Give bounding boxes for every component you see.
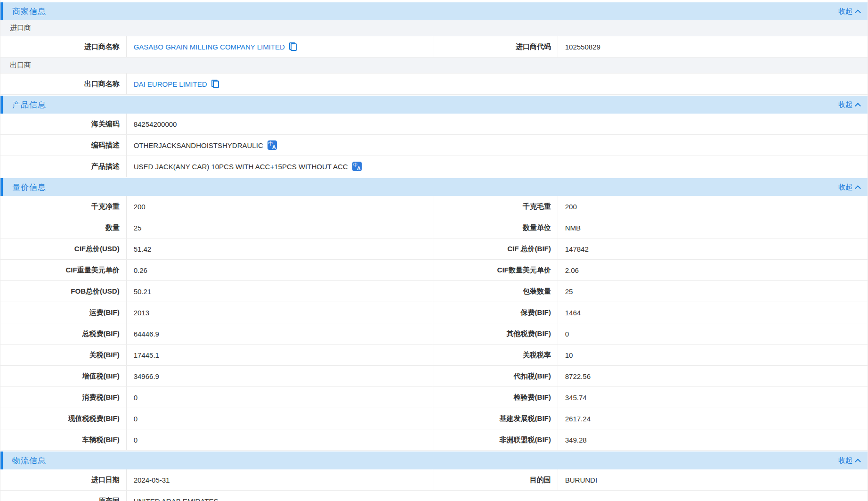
- field-value: NMB: [558, 217, 868, 238]
- field-label: 车辆税(BIF): [0, 429, 127, 450]
- code-description-text: OTHERJACKSANDHOISTSHYDRAULIC: [134, 141, 263, 149]
- section-product-info: 产品信息 收起 海关编码 84254200000 编码描述 OTHERJACKS…: [0, 96, 868, 177]
- field-value: 147842: [558, 238, 868, 259]
- chevron-up-icon: [855, 459, 861, 465]
- table-row: 原产国 UNITED ARAB EMIRATES: [0, 491, 868, 501]
- copy-icon[interactable]: [289, 42, 297, 51]
- field-label: 消费税(BIF): [0, 387, 127, 408]
- field-value: 17445.1: [127, 345, 433, 365]
- collapse-label: 收起: [838, 183, 852, 192]
- field-label: 基建发展税(BIF): [433, 408, 558, 429]
- section-header-product: 产品信息 收起: [0, 96, 868, 114]
- field-label: 海关编码: [0, 114, 127, 134]
- table-row: 出口商名称 DAI EUROPE LIMITED: [0, 74, 868, 95]
- collapse-label: 收起: [838, 456, 852, 465]
- field-value: 25: [558, 281, 868, 302]
- field-label: 运费(BIF): [0, 302, 127, 323]
- table-row: 数量 25 数量单位 NMB: [0, 217, 868, 238]
- field-label: 目的国: [433, 469, 558, 490]
- field-value: 84254200000: [127, 114, 868, 134]
- product-description-text: USED JACK(ANY CAR) 10PCS WITH ACC+15PCS …: [134, 163, 348, 171]
- field-label: 进口日期: [0, 469, 127, 490]
- table-row: 消费税(BIF) 0 检验费(BIF) 345.74: [0, 387, 868, 408]
- field-value: 200: [558, 196, 868, 217]
- table-row: 进口商名称 GASABO GRAIN MILLING COMPANY LIMIT…: [0, 36, 868, 57]
- table-row: 进口日期 2024-05-31 目的国 BURUNDI: [0, 469, 868, 491]
- field-label: 保费(BIF): [433, 302, 558, 323]
- field-label: 进口商名称: [0, 36, 127, 57]
- collapse-toggle[interactable]: 收起: [838, 7, 860, 16]
- field-label: FOB总价(USD): [0, 281, 127, 302]
- importer-name-link[interactable]: GASABO GRAIN MILLING COMPANY LIMITED: [134, 43, 285, 51]
- section-header-quantity-price: 量价信息 收起: [0, 178, 868, 196]
- group-label: 出口商: [10, 61, 31, 70]
- section-header-merchant: 商家信息 收起: [0, 2, 868, 20]
- field-label: 原产国: [0, 491, 127, 501]
- section-merchant-info: 商家信息 收起 进口商 进口商名称 GASABO GRAIN MILLING C…: [0, 2, 868, 95]
- collapse-toggle[interactable]: 收起: [838, 183, 860, 192]
- field-value: OTHERJACKSANDHOISTSHYDRAULIC 中A: [127, 135, 868, 156]
- section-logistics-info: 物流信息 收起 进口日期 2024-05-31 目的国 BURUNDI 原产国 …: [0, 452, 868, 501]
- field-value: 2013: [127, 302, 433, 323]
- translate-icon[interactable]: 中A: [352, 162, 362, 171]
- collapse-label: 收起: [838, 100, 852, 109]
- section-title: 商家信息: [12, 6, 46, 17]
- trade-record-detail: 商家信息 收起 进口商 进口商名称 GASABO GRAIN MILLING C…: [0, 0, 868, 501]
- field-value: 2617.24: [558, 408, 868, 429]
- table-row: CIF重量美元单价 0.26 CIF数量美元单价 2.06: [0, 260, 868, 281]
- field-label: CIF数量美元单价: [433, 260, 558, 280]
- table-row: FOB总价(USD) 50.21 包装数量 25: [0, 281, 868, 302]
- field-value: 0: [127, 387, 433, 408]
- table-row: 编码描述 OTHERJACKSANDHOISTSHYDRAULIC 中A: [0, 135, 868, 156]
- table-row: 车辆税(BIF) 0 非洲联盟税(BIF) 349.28: [0, 429, 868, 451]
- field-label: 总税费(BIF): [0, 323, 127, 344]
- field-label: 增值税(BIF): [0, 366, 127, 386]
- table-row: 海关编码 84254200000: [0, 114, 868, 135]
- field-label: 编码描述: [0, 135, 127, 156]
- field-label: 千克净重: [0, 196, 127, 217]
- field-value: 10: [558, 345, 868, 365]
- chevron-up-icon: [855, 103, 861, 109]
- group-label: 进口商: [10, 24, 31, 33]
- collapse-toggle[interactable]: 收起: [838, 456, 860, 465]
- field-value: 0: [558, 323, 868, 344]
- field-label: CIF重量美元单价: [0, 260, 127, 280]
- section-title: 量价信息: [12, 182, 46, 193]
- field-label: 出口商名称: [0, 74, 127, 94]
- field-label: 数量单位: [433, 217, 558, 238]
- field-value: 25: [127, 217, 433, 238]
- field-value: USED JACK(ANY CAR) 10PCS WITH ACC+15PCS …: [127, 156, 868, 177]
- table-row: CIF总价(USD) 51.42 CIF 总价(BIF) 147842: [0, 238, 868, 260]
- field-value: BURUNDI: [558, 469, 868, 490]
- field-label: CIF 总价(BIF): [433, 238, 558, 259]
- chevron-up-icon: [855, 9, 861, 16]
- table-row: 总税费(BIF) 64446.9 其他税费(BIF) 0: [0, 323, 868, 345]
- field-value: 2024-05-31: [127, 469, 433, 490]
- field-label: 其他税费(BIF): [433, 323, 558, 344]
- section-quantity-price-info: 量价信息 收起 千克净重 200 千克毛重 200 数量 25 数量单位 NMB…: [0, 178, 868, 451]
- translate-icon[interactable]: 中A: [268, 140, 277, 150]
- field-value: 345.74: [558, 387, 868, 408]
- field-value: 8722.56: [558, 366, 868, 386]
- field-value: 1464: [558, 302, 868, 323]
- field-value: GASABO GRAIN MILLING COMPANY LIMITED: [127, 36, 433, 57]
- exporter-name-link[interactable]: DAI EUROPE LIMITED: [134, 80, 207, 88]
- field-value: 2.06: [558, 260, 868, 280]
- field-label: 数量: [0, 217, 127, 238]
- group-row-exporter: 出口商: [0, 57, 868, 74]
- table-row: 关税(BIF) 17445.1 关税税率 10: [0, 345, 868, 366]
- copy-icon[interactable]: [211, 80, 219, 88]
- field-label: 包装数量: [433, 281, 558, 302]
- field-value: 34966.9: [127, 366, 433, 386]
- field-label: 千克毛重: [433, 196, 558, 217]
- field-label: 关税税率: [433, 345, 558, 365]
- field-label: 检验费(BIF): [433, 387, 558, 408]
- chevron-up-icon: [855, 185, 861, 191]
- field-value: 50.21: [127, 281, 433, 302]
- table-row: 千克净重 200 千克毛重 200: [0, 196, 868, 217]
- collapse-toggle[interactable]: 收起: [838, 100, 860, 109]
- table-row: 增值税(BIF) 34966.9 代扣税(BIF) 8722.56: [0, 366, 868, 387]
- field-label: 进口商代码: [433, 36, 558, 57]
- field-label: 关税(BIF): [0, 345, 127, 365]
- table-row: 运费(BIF) 2013 保费(BIF) 1464: [0, 302, 868, 323]
